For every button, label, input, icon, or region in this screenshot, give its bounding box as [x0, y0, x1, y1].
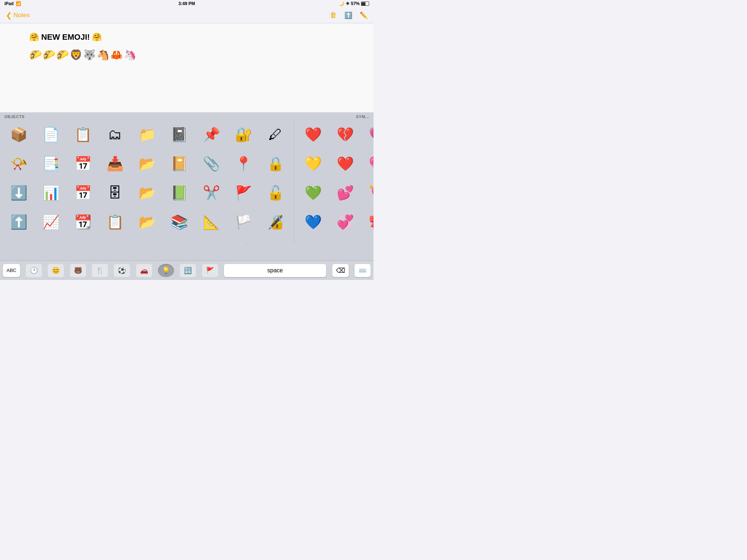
emoji-cell[interactable]: 🎀 — [361, 208, 374, 236]
delete-button[interactable]: ⌫ — [332, 264, 349, 277]
bluetooth-icon: ✳ — [346, 1, 349, 6]
moon-icon: 🌙 — [339, 1, 344, 6]
keyboard-switch-button[interactable]: ⌨️ — [355, 264, 371, 277]
emoji-cell[interactable]: 📋 — [99, 208, 131, 236]
emoji-cell[interactable]: 📋 — [67, 120, 98, 149]
objects-label: OBJECTS — [4, 114, 24, 119]
emoji-cell[interactable]: 🔓 — [260, 179, 291, 207]
emoji-cell[interactable]: 📓 — [163, 120, 195, 149]
emoji-cell[interactable]: 💘 — [361, 179, 374, 207]
compose-button[interactable]: ✏️ — [360, 11, 368, 19]
wifi-icon: 📶 — [16, 1, 21, 6]
emoji-cell[interactable]: 📂 — [131, 208, 163, 236]
emoji-cell[interactable]: 💜 — [297, 237, 329, 244]
emoji-cell[interactable]: ❤️ — [329, 149, 361, 178]
recent-tab[interactable]: 🕐 — [26, 264, 42, 277]
emoji-cell[interactable]: 📚 — [163, 208, 195, 236]
emoji-cell[interactable]: 💞 — [329, 208, 361, 236]
emoji-cell[interactable]: 💙 — [297, 208, 329, 236]
emoji-cell[interactable]: 📝 — [99, 237, 131, 244]
emoji-cell[interactable]: 📅 — [67, 149, 98, 178]
share-button[interactable]: ⬆️ — [344, 11, 352, 19]
emoji-cell[interactable]: 📍 — [228, 149, 259, 178]
chevron-left-icon: ❮ — [6, 11, 12, 20]
emoji-cell[interactable]: 🗄 — [99, 179, 131, 207]
symbols-label: SYM... — [356, 114, 369, 119]
emoji-cell[interactable]: 🔒 — [260, 149, 291, 178]
symbols-grid: ❤️ 💔 💗 ☮️ 💛 ❤️ 💖 ✝️ 💚 💕 💘 ☪️ 💙 💞 🎀 🕉 — [296, 120, 374, 244]
emoji-cell[interactable]: ⬇️ — [3, 179, 34, 207]
flags-tab[interactable]: 🚩 — [202, 264, 218, 277]
note-emoji: 🌮🌮🌮🦁🐺🐴🦀🦄 — [29, 47, 344, 63]
emoji-cell[interactable]: 💓 — [329, 237, 361, 244]
emoji-cell[interactable]: 📎 — [196, 149, 227, 178]
objects-section: 📦 📄 📋 🗂 📁 📓 📌 🔐 🖊 📯 📑 📅 📥 📂 📔 📎 📍 🔒 — [0, 120, 294, 244]
objects-tab[interactable]: 💡 — [158, 264, 174, 277]
emoji-cell[interactable]: 📉 — [35, 237, 66, 244]
emoji-cell[interactable]: 🗂 — [99, 120, 131, 149]
emoji-cell[interactable]: 🔏 — [260, 208, 291, 236]
emoji-cell[interactable]: 🏳️ — [228, 208, 259, 236]
category-bar: OBJECTS SYM... — [0, 112, 374, 120]
emoji-cell[interactable]: 📦 — [3, 120, 34, 149]
back-label: Notes — [13, 12, 30, 19]
emoji-cell[interactable]: 📔 — [163, 149, 195, 178]
emoji-cell[interactable]: 📜 — [3, 237, 34, 244]
nav-bar: ❮ Notes 🗑 ⬆️ ✏️ — [0, 7, 374, 23]
battery-icon — [361, 1, 369, 6]
animals-tab[interactable]: 🐻 — [70, 264, 86, 277]
emoji-cell[interactable]: 💕 — [329, 179, 361, 207]
emoji-cell[interactable]: 📆 — [67, 208, 98, 236]
symbols-tab[interactable]: 🔣 — [180, 264, 196, 277]
emoji-cell[interactable]: 💝 — [361, 237, 374, 244]
emoji-cell[interactable]: 📂 — [131, 149, 163, 178]
emoji-cell[interactable]: 📠 — [67, 237, 98, 244]
keyboard-toolbar: ABC 🕐 😊 🐻 🍴 ⚽ 🚗 💡 🔣 🚩 space ⌫ ⌨️ — [0, 260, 374, 280]
emoji-cell[interactable]: 📙 — [163, 237, 195, 244]
emoji-cell[interactable]: 🏴 — [228, 237, 259, 244]
emoji-cell[interactable]: 📗 — [163, 179, 195, 207]
smileys-tab[interactable]: 😊 — [48, 264, 64, 277]
abc-button[interactable]: ABC — [3, 264, 20, 277]
emoji-cell[interactable]: 💚 — [297, 179, 329, 207]
emoji-cell[interactable]: 🚩 — [228, 179, 259, 207]
back-button[interactable]: ❮ Notes — [6, 11, 30, 20]
symbols-section: ❤️ 💔 💗 ☮️ 💛 ❤️ 💖 ✝️ 💚 💕 💘 ☪️ 💙 💞 🎀 🕉 — [294, 120, 374, 244]
emoji-cell[interactable]: 📑 — [35, 149, 66, 178]
emoji-cell[interactable]: 📄 — [35, 120, 66, 149]
emoji-cell[interactable]: 📥 — [99, 149, 131, 178]
emoji-cell[interactable]: 🔗 — [196, 237, 227, 244]
emoji-cell[interactable]: 📰 — [131, 237, 163, 244]
emoji-cell[interactable]: ✏️ — [260, 237, 291, 244]
emoji-cell[interactable]: ⬆️ — [3, 208, 34, 236]
emoji-cell[interactable]: 📁 — [131, 120, 163, 149]
emoji-cell[interactable]: 💛 — [297, 149, 329, 178]
emoji-grid-area: 📦 📄 📋 🗂 📁 📓 📌 🔐 🖊 📯 📑 📅 📥 📂 📔 📎 📍 🔒 — [0, 120, 374, 244]
emoji-cell[interactable]: 🔐 — [228, 120, 259, 149]
emoji-cell[interactable]: 💔 — [329, 120, 361, 149]
sports-tab[interactable]: ⚽ — [114, 264, 130, 277]
space-button[interactable]: space — [224, 264, 326, 277]
emoji-cell[interactable]: 📂 — [131, 179, 163, 207]
emoji-cell[interactable]: 🖊 — [260, 120, 291, 149]
objects-grid: 📦 📄 📋 🗂 📁 📓 📌 🔐 🖊 📯 📑 📅 📥 📂 📔 📎 📍 🔒 — [1, 120, 293, 244]
food-tab[interactable]: 🍴 — [92, 264, 108, 277]
emoji-cell[interactable]: 📯 — [3, 149, 34, 178]
emoji-cell[interactable]: 📅 — [67, 179, 98, 207]
emoji-cell[interactable]: 💖 — [361, 149, 374, 178]
ipad-label: iPad — [4, 1, 13, 6]
emoji-cell[interactable]: ✂️ — [196, 179, 227, 207]
travel-tab[interactable]: 🚗 — [136, 264, 152, 277]
note-content[interactable]: 🤗 NEW EMOJI! 🤗 🌮🌮🌮🦁🐺🐴🦀🦄 — [0, 23, 374, 112]
emoji-cell[interactable]: 📊 — [35, 179, 66, 207]
emoji-cell[interactable]: ❤️ — [297, 120, 329, 149]
emoji-keyboard: OBJECTS SYM... 📦 📄 📋 🗂 📁 📓 📌 🔐 🖊 📯 📑 📅 — [0, 112, 374, 280]
status-bar: iPad 📶 3:49 PM 🌙 ✳ 57% — [0, 0, 374, 7]
emoji-cell[interactable]: 💗 — [361, 120, 374, 149]
emoji-cell[interactable]: 📌 — [196, 120, 227, 149]
emoji-cell[interactable]: 📈 — [35, 208, 66, 236]
emoji-cell[interactable]: 📐 — [196, 208, 227, 236]
delete-button[interactable]: 🗑 — [330, 11, 337, 19]
battery-percent: 57% — [351, 1, 360, 6]
note-title: 🤗 NEW EMOJI! 🤗 — [29, 31, 344, 43]
